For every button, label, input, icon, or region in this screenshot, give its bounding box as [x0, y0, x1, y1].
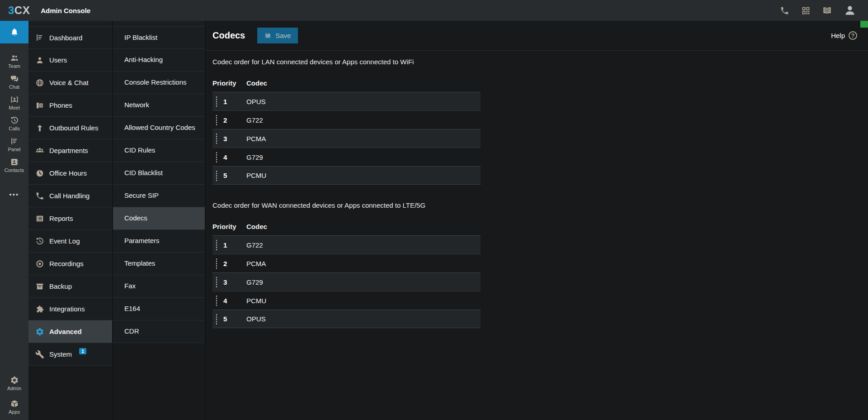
nav-item-call-handling[interactable]: Call Handling — [28, 185, 112, 207]
priority-column-header: Priority — [212, 223, 246, 230]
nav-item-outbound-rules[interactable]: Outbound Rules — [28, 117, 112, 139]
drag-handle[interactable] — [216, 96, 217, 107]
codec-sections: Codec order for LAN connected devices or… — [206, 51, 868, 328]
codec-section-lan: Codec order for LAN connected devices or… — [212, 58, 868, 185]
nav-item-label: Advanced — [49, 328, 82, 335]
3cx-logo[interactable]: 3CX — [8, 4, 30, 17]
section-label: Codec order for WAN connected devices or… — [212, 201, 868, 209]
lines-icon — [10, 137, 19, 146]
subnav-item-cdr[interactable]: CDR — [113, 320, 205, 343]
nav-item-dashboard[interactable]: Dashboard — [28, 26, 112, 49]
drag-handle[interactable] — [216, 295, 217, 306]
more-options-button[interactable]: ••• — [0, 189, 28, 199]
subnav-item-templates[interactable]: Templates — [113, 253, 205, 275]
iconbar-label: Admin — [7, 386, 21, 391]
drag-handle[interactable] — [216, 133, 217, 144]
nav-item-label: Phones — [49, 101, 72, 109]
handset-icon — [35, 191, 44, 200]
codec-table: 1OPUS2G7223PCMA4G7295PCMU — [212, 92, 481, 185]
nav-item-integrations[interactable]: Integrations — [28, 298, 112, 320]
subnav-item-parameters[interactable]: Parameters — [113, 230, 205, 253]
nav-item-advanced[interactable]: Advanced — [28, 320, 112, 343]
subnav-item-secure-sip[interactable]: Secure SIP — [113, 185, 205, 207]
drag-handle[interactable] — [216, 115, 217, 125]
iconbar-item-contacts[interactable]: Contacts — [0, 155, 28, 176]
codec-row: 5OPUS — [212, 310, 481, 328]
wrench-icon — [35, 350, 44, 359]
save-button-label: Save — [275, 32, 291, 39]
priority-value: 1 — [223, 241, 246, 249]
subnav-item-cid-blacklist[interactable]: CID Blacklist — [113, 162, 205, 185]
drag-handle[interactable] — [216, 170, 217, 181]
nav-item-recordings[interactable]: Recordings — [28, 253, 112, 275]
drag-handle[interactable] — [216, 258, 217, 269]
iconbar-label: Panel — [8, 147, 20, 152]
save-button[interactable]: Save — [257, 28, 298, 43]
iconbar-item-notifications[interactable] — [0, 21, 28, 43]
logo-3: 3 — [8, 4, 14, 16]
nav-item-reports[interactable]: Reports — [28, 207, 112, 230]
iconbar-item-meet[interactable]: Meet — [0, 92, 28, 113]
drag-handle[interactable] — [216, 239, 217, 250]
drag-handle[interactable] — [216, 277, 217, 287]
record-icon — [35, 259, 44, 268]
priority-value: 5 — [223, 172, 246, 179]
nav-item-office-hours[interactable]: Office Hours — [28, 162, 112, 185]
nav-item-label: Event Log — [49, 237, 80, 245]
nav-item-system[interactable]: System1 — [28, 343, 112, 366]
subnav-item-e164[interactable]: E164 — [113, 298, 205, 320]
codec-value: G722 — [246, 116, 263, 124]
subnav-item-ip-blacklist[interactable]: IP Blacklist — [113, 26, 205, 49]
nav-item-label: Recordings — [49, 260, 84, 267]
subnav-item-allowed-country-codes[interactable]: Allowed Country Codes — [113, 117, 205, 139]
iconbar-item-apps[interactable]: Apps — [0, 396, 28, 417]
nav-item-label: Dashboard — [49, 34, 82, 42]
section-label: Codec order for LAN connected devices or… — [212, 58, 868, 66]
subnav-item-fax[interactable]: Fax — [113, 275, 205, 298]
subnav-item-anti-hacking[interactable]: Anti-Hacking — [113, 49, 205, 72]
lines-icon — [35, 33, 44, 42]
phone-icon[interactable] — [780, 6, 789, 15]
codec-column-header: Codec — [246, 223, 267, 230]
logo-cx: CX — [14, 4, 30, 16]
nav-item-label: Outbound Rules — [49, 124, 98, 132]
nav-item-label: System — [49, 350, 72, 358]
save-icon — [264, 32, 271, 39]
puzzle-icon — [35, 305, 44, 314]
nav-item-departments[interactable]: Departments — [28, 139, 112, 162]
iconbar-item-chat[interactable]: Chat — [0, 72, 28, 92]
top-bar: 3CX Admin Console — [0, 0, 868, 21]
nav-item-backup[interactable]: Backup — [28, 275, 112, 298]
user-manual-icon[interactable] — [822, 6, 832, 15]
nav-item-label: Departments — [49, 147, 88, 154]
nav-item-label: Users — [49, 56, 67, 64]
subnav-item-codecs[interactable]: Codecs — [113, 207, 205, 230]
help-link[interactable]: Help ? — [831, 31, 857, 40]
iconbar-item-calls[interactable]: Calls — [0, 113, 28, 134]
user-avatar[interactable] — [844, 4, 856, 17]
codec-value: G722 — [246, 241, 263, 249]
nav-item-users[interactable]: Users — [28, 49, 112, 72]
subnav-item-console-restrictions[interactable]: Console Restrictions — [113, 72, 205, 94]
nav-item-label: Integrations — [49, 305, 85, 313]
iconbar-label: Meet — [9, 105, 19, 110]
codec-row: 4PCMU — [212, 291, 481, 310]
priority-value: 1 — [223, 98, 246, 105]
priority-value: 2 — [223, 116, 246, 124]
codec-row: 3PCMA — [212, 129, 481, 148]
codec-value: PCMA — [246, 135, 266, 143]
iconbar-item-admin[interactable]: Admin — [0, 373, 28, 394]
nav-item-phones[interactable]: Phones — [28, 94, 112, 117]
subnav-item-network[interactable]: Network — [113, 94, 205, 117]
history-icon — [10, 116, 19, 125]
iconbar-item-panel[interactable]: Panel — [0, 134, 28, 155]
drag-handle[interactable] — [216, 152, 217, 162]
status-indicator — [860, 21, 868, 28]
nav-item-event-log[interactable]: Event Log — [28, 230, 112, 253]
qr-code-icon[interactable] — [801, 6, 811, 15]
subnav-item-cid-rules[interactable]: CID Rules — [113, 139, 205, 162]
nav-item-voice-chat[interactable]: Voice & Chat — [28, 72, 112, 94]
iconbar-item-team[interactable]: Team — [0, 51, 28, 72]
drag-handle[interactable] — [216, 314, 217, 325]
priority-value: 2 — [223, 260, 246, 267]
